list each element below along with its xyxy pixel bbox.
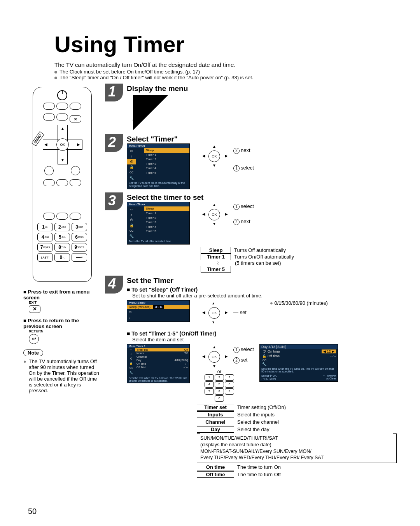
or-keypad-block: or 1 2 3 4 5 6 7 8 9 — [205, 369, 234, 402]
timer-row: Off time--:-- — [135, 365, 189, 369]
wrench-icon: 🔧 — [127, 234, 136, 239]
step-2-title: Select "Timer" — [127, 135, 397, 143]
arrow-right-icon: ▶ — [225, 354, 228, 358]
sleep-values: ● 0/15/30/60/90 (minutes) — [270, 300, 328, 306]
step-4-title: Set the Timer — [127, 276, 397, 285]
mini-key: 4 — [205, 381, 214, 388]
menu-hint: Sets the time when the TV turns on. The … — [127, 376, 189, 383]
remote-btn — [43, 213, 55, 220]
circled-2-icon: 2 — [233, 148, 240, 154]
annot-next: next — [241, 147, 250, 153]
timer-row: Timer setOff — [135, 348, 189, 351]
desc: Select the inputs — [237, 412, 275, 418]
timer-row: Channel--- — [135, 355, 189, 358]
note-text: The TV automatically turns Off after 90 … — [29, 358, 101, 393]
mini-key: 7 — [205, 388, 214, 395]
return-icon: ↩ — [29, 334, 39, 344]
menu-item: Timer 3 — [144, 220, 189, 225]
label-channel: Channel — [197, 419, 234, 425]
wrench-icon: 🔧 — [127, 175, 136, 181]
arrow-down-icon: ▼ — [212, 163, 216, 168]
arrow-right-icon: ▶ — [225, 310, 228, 315]
desc: Timer setting (Off/On) — [237, 404, 286, 410]
cc-icon: CC — [127, 367, 135, 371]
ok-button: OK — [56, 138, 69, 151]
cc-icon: CC — [261, 359, 268, 362]
day-popup-row: ⏱ On time ◀ 12 ▶ — [260, 349, 338, 354]
steps-column: 1 Display the menu ☞ 2 Select "Timer" — [101, 84, 397, 482]
desc: Turns Off automatically — [234, 247, 286, 253]
intro-line: The TV can automatically turn On/Off at … — [54, 61, 397, 69]
arrow-up-icon: ▴ — [212, 301, 214, 305]
wrench-icon: 🔧 — [261, 362, 268, 366]
arrow-down-icon: ▾ — [212, 320, 214, 324]
desc: The time to turn Off — [237, 472, 281, 477]
step-4: 4 Set the Timer ■ To set "Sleep" (Off Ti… — [105, 276, 397, 479]
menu-item: Timer 2 — [144, 216, 189, 220]
clock-icon: ⏱ — [127, 217, 136, 223]
mini-key: 1 — [205, 374, 214, 381]
arrow-down-icon: ▼ — [61, 158, 65, 162]
annot-next: next — [241, 218, 250, 224]
remote-btn — [70, 103, 81, 110]
page-number: 50 — [28, 507, 37, 516]
remote-btn — [71, 166, 80, 175]
menu-button-illustration: ☞ — [129, 95, 164, 130]
ok-nav: ▲ ▼ ◀ ▶ OK — [201, 143, 229, 168]
exit-button-icon: ✕ — [70, 115, 81, 122]
circled-1-icon: 1 — [233, 347, 240, 353]
arrow-left-icon: ◀ — [202, 212, 205, 216]
power-icon — [57, 90, 67, 100]
label-sleep: Sleep — [201, 247, 231, 253]
menu-path: Menu Sleep — [127, 301, 189, 305]
intro-bullets: The Clock must be set before On time/Off… — [54, 69, 397, 80]
key-0: 0- , — [54, 253, 70, 262]
key-last: LAST* — [37, 253, 53, 262]
circled-1-icon: 1 — [233, 165, 240, 171]
mini-key: 8 — [215, 388, 224, 395]
desc: (5 timers can be set) — [235, 260, 281, 266]
or-label: or — [205, 369, 234, 374]
arrow-right-icon: ▶ — [225, 154, 228, 158]
lock-icon: 🔒 — [127, 223, 136, 228]
day-popup-bottom: Select ✥ OK↩ RETURN + - AM/PMcc Clear — [260, 374, 338, 381]
menu-screenshot: Menu Timer ▭ ♪ ⏱ 🔒 CC 🔧 — [127, 202, 190, 245]
label-timer-set: Timer set — [197, 404, 234, 411]
remote-column: ✕ MENU ▲ ▼ ◀ ▶ OK — [23, 84, 101, 393]
mini-key: 6 — [225, 381, 234, 388]
remote-btn — [44, 166, 54, 175]
cc-icon: CC — [127, 170, 136, 175]
menu-item: Timer 5 — [144, 229, 189, 234]
arrow-left-icon: ◀ — [202, 154, 205, 158]
sleep-heading: ■ To set "Sleep" (Off Timer) — [127, 287, 397, 293]
desc: Turns On/Off automatically — [234, 254, 294, 260]
step-badge-3: 3 — [105, 192, 123, 210]
label-timer1: Timer 1 — [201, 253, 231, 260]
remote-outline: ✕ MENU ▲ ▼ ◀ ▶ OK — [33, 87, 92, 282]
remote-btn — [70, 213, 81, 220]
sleep-row: Sleep (minutes) ◀ 0 ▶ — [127, 305, 189, 309]
nav-annotations: 2next 1select — [233, 143, 254, 171]
timer-row: Day4/18 [SUN] — [135, 358, 189, 362]
label-off-time: Off time — [197, 471, 234, 478]
timer15-heading: ■ To set "Timer 1-5" (On/Off Timer) — [127, 330, 397, 337]
lock-icon: 🔒 — [261, 354, 268, 358]
clock-icon: ⏱ — [127, 357, 135, 362]
step-2: 2 Select "Timer" Menu Timer ▭ ♪ ⏱ 🔒 — [105, 134, 397, 189]
side-notes: ■ Press to exit from a menu screen EXIT … — [23, 289, 101, 393]
timer-row: InputsTV — [135, 351, 189, 355]
key-1: 1@. — [37, 223, 53, 231]
menu-path: Menu Timer 1 — [127, 344, 189, 348]
annot-set: — set — [233, 309, 247, 315]
intro-bullet-0: The Clock must be set before On time/Off… — [60, 69, 200, 75]
menu-item: Timer 2 — [144, 157, 189, 162]
annot-select: select — [241, 165, 254, 171]
menu-item: Timer 3 — [144, 162, 189, 166]
menu-item: Sleep — [144, 206, 189, 211]
side-exit-heading: ■ Press to exit from a menu screen — [23, 289, 89, 301]
menu-screenshot: Menu Timer ▭ ♪ ⏱ 🔒 CC 🔧 — [127, 143, 190, 189]
desc: Select the channel — [237, 419, 279, 425]
arrow-down-icon: ▼ — [212, 364, 216, 368]
step-badge-2: 2 — [105, 134, 123, 152]
arrow-down-icon: ▼ — [212, 222, 216, 226]
